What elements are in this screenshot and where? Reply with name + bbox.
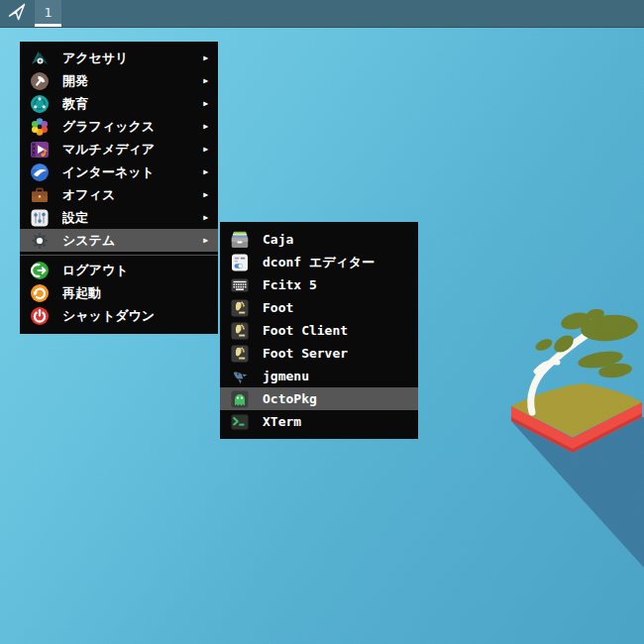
menu-item-accessories[interactable]: アクセサリ ▶ [20, 47, 218, 69]
submenu-item-label: XTerm [263, 414, 409, 429]
submenu-item-jgmenu[interactable]: jgmenu [220, 365, 418, 387]
menu-item-label: ログアウト [62, 262, 209, 279]
foot-terminal-icon [230, 344, 250, 364]
foot-terminal-icon [230, 321, 250, 341]
menu-item-education[interactable]: 教育 ▶ [20, 92, 218, 115]
menu-item-internet[interactable]: インターネット ▶ [20, 161, 218, 183]
menu-item-restart[interactable]: 再起動 [20, 281, 218, 304]
submenu-arrow-icon: ▶ [203, 122, 208, 131]
submenu-arrow-icon: ▶ [203, 145, 208, 154]
office-icon [30, 185, 50, 205]
menu-item-shutdown[interactable]: シャットダウン [20, 304, 218, 327]
submenu-item-foot[interactable]: Foot [220, 296, 418, 319]
caja-icon [230, 230, 250, 250]
submenu-arrow-icon: ▶ [203, 190, 208, 199]
submenu-arrow-icon: ▶ [203, 54, 208, 62]
submenu-arrow-icon: ▶ [203, 76, 208, 85]
submenu-item-dconf-editor[interactable]: dconf エディター [220, 251, 418, 273]
menu-separator [20, 255, 218, 256]
submenu-arrow-icon: ▶ [203, 99, 208, 108]
submenu-item-foot-server[interactable]: Foot Server [220, 342, 418, 365]
restart-icon [30, 283, 50, 303]
submenu-item-foot-client[interactable]: Foot Client [220, 319, 418, 342]
submenu-item-label: dconf エディター [263, 254, 409, 271]
menu-item-label: 再起動 [62, 284, 209, 302]
graphics-icon [30, 117, 50, 137]
menu-launcher[interactable] [0, 0, 34, 27]
menu-item-label: 教育 [62, 95, 203, 113]
submenu-item-label: Fcitx 5 [263, 277, 409, 292]
submenu-item-caja[interactable]: Caja [220, 228, 418, 251]
menu-item-logout[interactable]: ログアウト [20, 259, 218, 281]
submenu-item-label: jgmenu [263, 369, 409, 383]
menu-item-label: インターネット [62, 163, 203, 181]
logout-icon [30, 261, 50, 280]
accessories-icon [30, 49, 50, 68]
foot-terminal-icon [230, 298, 250, 318]
submenu-item-label: Caja [263, 232, 409, 247]
dconf-editor-icon [230, 253, 250, 272]
workspace-tab-1[interactable]: 1 [35, 0, 61, 27]
menu-item-settings[interactable]: 設定 ▶ [20, 206, 218, 229]
menu-item-label: 設定 [62, 209, 203, 227]
menu-item-label: グラフィックス [62, 118, 203, 136]
submenu-item-fcitx5[interactable]: Fcitx 5 [220, 273, 418, 296]
xterm-icon [230, 412, 250, 432]
submenu-item-xterm[interactable]: XTerm [220, 410, 418, 433]
top-bar: 1 [0, 0, 644, 28]
menu-item-multimedia[interactable]: マルチメディア ▶ [20, 138, 218, 161]
multimedia-icon [30, 140, 50, 160]
shutdown-icon [30, 306, 50, 326]
menu-item-graphics[interactable]: グラフィックス ▶ [20, 115, 218, 138]
submenu-arrow-icon: ▶ [203, 213, 208, 222]
menu-item-label: システム [62, 232, 203, 250]
menu-item-label: オフィス [62, 186, 203, 204]
fcitx-keyboard-icon [230, 275, 250, 295]
menu-item-development[interactable]: 開発 ▶ [20, 69, 218, 92]
settings-icon [30, 208, 50, 228]
submenu-item-octopkg[interactable]: OctoPkg [220, 387, 418, 410]
menu-item-label: アクセサリ [62, 50, 203, 67]
development-icon [30, 71, 50, 91]
screen: 1 アクセサリ ▶ [0, 0, 644, 644]
submenu-item-label: OctoPkg [263, 391, 409, 406]
jgmenu-rocket-icon [230, 367, 250, 386]
submenu-arrow-icon: ▶ [203, 167, 208, 176]
education-icon [30, 94, 50, 114]
submenu-item-label: Foot [263, 300, 409, 315]
system-icon [30, 231, 50, 251]
submenu-item-label: Foot Server [263, 346, 409, 361]
menu-item-system[interactable]: システム ▶ [20, 229, 218, 252]
menu-item-label: マルチメディア [62, 141, 203, 159]
app-menu: アクセサリ ▶ 開発 ▶ [20, 42, 218, 334]
submenu-item-label: Foot Client [263, 323, 409, 338]
menu-item-label: 開発 [62, 72, 203, 90]
octopkg-ghost-icon [230, 389, 250, 409]
internet-icon [30, 162, 50, 182]
menu-item-label: シャットダウン [62, 307, 209, 325]
menu-item-office[interactable]: オフィス ▶ [20, 183, 218, 206]
submenu-arrow-icon: ▶ [203, 236, 208, 245]
system-submenu: Caja dconf エディター [220, 222, 418, 439]
paper-plane-icon [7, 2, 27, 26]
